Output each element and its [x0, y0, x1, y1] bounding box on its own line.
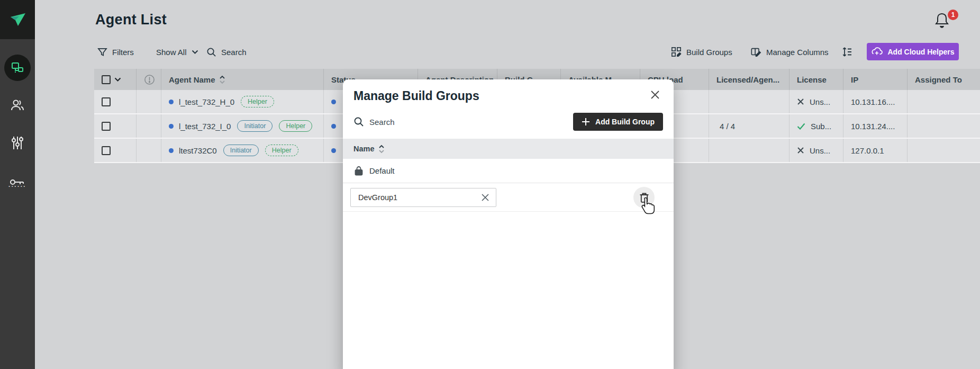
modal-title: Manage Build Groups: [353, 89, 479, 103]
search-label: Search: [221, 48, 247, 57]
manage-build-groups-modal: Manage Build Groups Add Build Group Name: [343, 79, 674, 369]
helper-badge: Helper: [265, 145, 298, 156]
select-all-header: [94, 69, 137, 90]
page-title: Agent List: [95, 12, 167, 28]
unsubscribed-x-icon: [797, 147, 804, 154]
sliders-icon: [11, 136, 24, 150]
sidebar: ······: [0, 0, 35, 369]
row-checkbox[interactable]: [102, 146, 111, 155]
license-status: Uns...: [810, 146, 830, 155]
trash-icon: [639, 192, 649, 203]
delete-build-group-button[interactable]: [633, 187, 655, 208]
info-icon: [144, 74, 155, 85]
license-status: Uns...: [810, 97, 830, 106]
notification-badge: 1: [948, 10, 958, 20]
row-density-button[interactable]: [842, 42, 852, 61]
chevron-down-icon: [192, 50, 198, 55]
agent-name: l_test_732_H_0: [179, 97, 234, 106]
clear-input-button[interactable]: [479, 192, 491, 203]
status-dot: [331, 148, 336, 153]
build-group-name-input[interactable]: [350, 188, 496, 207]
agents-icon: [11, 61, 24, 75]
search-icon: [206, 47, 216, 57]
filter-icon: [97, 47, 107, 57]
agent-ip: 127.0.0.1: [851, 146, 884, 155]
column-header-agent-name[interactable]: Agent Name: [161, 69, 324, 90]
build-groups-button[interactable]: Build Groups: [671, 42, 732, 61]
licensed-agents-count: 4 / 4: [720, 122, 735, 131]
subscribed-check-icon: [797, 123, 805, 130]
search-button[interactable]: Search: [206, 42, 247, 61]
agent-name: ltest732C0: [179, 146, 217, 155]
show-all-label: Show All: [156, 48, 187, 57]
license-status: Sub...: [811, 122, 831, 131]
helper-badge: Helper: [279, 120, 312, 132]
add-build-group-button[interactable]: Add Build Group: [573, 113, 663, 131]
app-logo[interactable]: [0, 0, 35, 39]
toolbar: Filters Show All Search Build Groups: [94, 42, 980, 61]
build-groups-label: Build Groups: [686, 48, 732, 57]
build-group-row-editing: [343, 183, 674, 212]
build-group-row-default[interactable]: Default: [343, 159, 674, 183]
row-checkbox[interactable]: [102, 97, 111, 106]
modal-close-button[interactable]: [648, 88, 662, 102]
active-item-highlight: [4, 55, 31, 81]
plus-icon: [582, 118, 590, 126]
search-icon: [353, 116, 364, 127]
build-group-search-input[interactable]: [369, 118, 507, 127]
status-dot: [331, 124, 336, 129]
status-dot: [331, 100, 336, 104]
agent-ip: 10.131.16....: [851, 97, 895, 106]
select-all-checkbox[interactable]: [102, 75, 111, 84]
agent-name-header-label: Agent Name: [169, 75, 215, 84]
sort-icon[interactable]: [378, 145, 385, 154]
brand-logo-icon: [8, 11, 27, 29]
sidebar-item-agents[interactable]: [0, 53, 35, 83]
build-group-name-field: [350, 188, 496, 207]
notifications-button[interactable]: 1: [934, 12, 957, 31]
add-build-group-label: Add Build Group: [595, 118, 655, 126]
filters-label: Filters: [112, 48, 134, 57]
helper-badge: Helper: [241, 96, 274, 107]
name-header-label: Name: [353, 145, 375, 153]
modal-search-row: Add Build Group: [353, 112, 663, 131]
initiator-badge: Initiator: [223, 145, 259, 156]
add-cloud-helpers-button[interactable]: Add Cloud Helpers: [867, 43, 959, 60]
modal-name-column-header[interactable]: Name: [343, 139, 674, 159]
build-groups-icon: [671, 47, 682, 57]
filters-button[interactable]: Filters: [97, 42, 134, 61]
column-header-licensed-agents[interactable]: Licensed/Agen...: [709, 69, 790, 90]
lock-icon: [355, 166, 363, 176]
manage-columns-icon: [750, 47, 761, 57]
unsubscribed-x-icon: [797, 98, 804, 105]
show-all-dropdown[interactable]: Show All: [156, 42, 198, 61]
alerts-column-header: [137, 69, 161, 90]
manage-columns-button[interactable]: Manage Columns: [750, 42, 829, 61]
agent-list-screen: ······ Agent List 1 Filters Show All: [0, 0, 980, 369]
agent-name: l_test_732_I_0: [179, 122, 231, 131]
cloud-plus-icon: [871, 47, 883, 56]
close-icon: [650, 90, 660, 100]
agent-online-dot: [169, 100, 174, 104]
sidebar-item-access-keys[interactable]: [0, 167, 35, 197]
clear-x-icon: [481, 193, 489, 202]
build-group-name: Default: [369, 166, 395, 175]
users-icon: [10, 98, 25, 112]
agent-ip: 10.131.24....: [851, 122, 895, 131]
sidebar-item-settings[interactable]: [0, 128, 35, 158]
row-checkbox[interactable]: [102, 122, 111, 131]
column-header-license[interactable]: License: [790, 69, 843, 90]
initiator-badge: Initiator: [237, 120, 273, 132]
agent-online-dot: [169, 148, 174, 153]
agent-online-dot: [169, 124, 174, 129]
sidebar-item-users[interactable]: [0, 90, 35, 120]
sort-icon[interactable]: [219, 75, 225, 84]
key-dots-decoration: ······: [0, 183, 35, 190]
select-menu-chevron-icon[interactable]: [114, 77, 121, 82]
column-header-assigned-to[interactable]: Assigned To: [908, 69, 980, 90]
add-cloud-helpers-label: Add Cloud Helpers: [887, 48, 954, 56]
column-header-ip[interactable]: IP: [843, 69, 908, 90]
manage-columns-label: Manage Columns: [766, 48, 829, 57]
row-height-icon: [842, 46, 852, 58]
